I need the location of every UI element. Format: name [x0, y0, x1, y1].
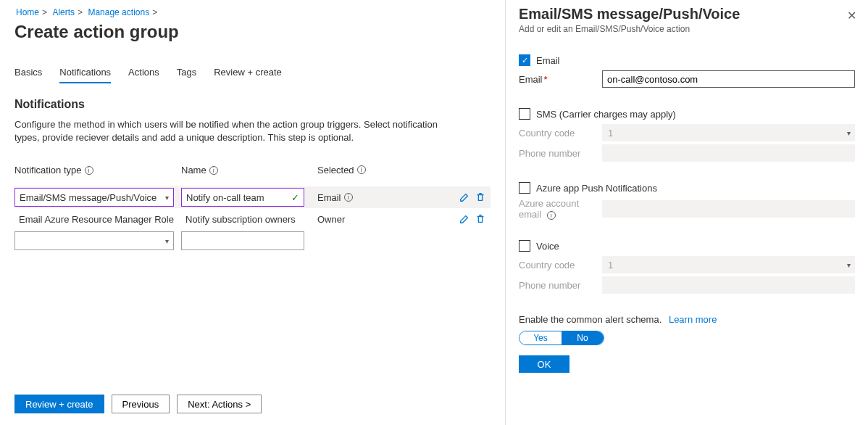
col-type-label: Notification type: [14, 165, 82, 176]
voice-checkbox-label: Voice: [536, 241, 559, 252]
push-group: Azure app Push Notifications Azure accou…: [519, 182, 855, 220]
learn-more-link[interactable]: Learn more: [669, 314, 717, 325]
ok-button[interactable]: OK: [519, 355, 569, 373]
voice-country-code-select[interactable]: 1▾: [602, 256, 855, 273]
delete-icon[interactable]: [475, 191, 486, 203]
chevron-down-icon: ▾: [165, 237, 169, 245]
email-input[interactable]: [602, 70, 855, 88]
tabs: Basics Notifications Actions Tags Review…: [14, 62, 491, 83]
side-panel: ✕ Email/SMS message/Push/Voice Add or ed…: [505, 0, 868, 425]
selected-value: Owner: [317, 214, 345, 225]
selected-value: Email: [317, 192, 341, 203]
footer-buttons: Review + create Previous Next: Actions >: [14, 395, 262, 413]
table-row: Email/SMS message/Push/Voice ▾ Notify on…: [14, 186, 491, 208]
next-button[interactable]: Next: Actions >: [177, 395, 262, 413]
tab-tags[interactable]: Tags: [177, 62, 196, 83]
tab-notifications[interactable]: Notifications: [59, 62, 111, 83]
tab-basics[interactable]: Basics: [14, 62, 42, 83]
name-value: Notify subscription owners: [181, 214, 296, 225]
toggle-no: No: [562, 331, 604, 344]
sms-phone-label: Phone number: [519, 148, 602, 159]
check-icon: ✓: [291, 192, 299, 203]
edit-icon[interactable]: [459, 213, 470, 225]
edit-icon[interactable]: [459, 191, 470, 203]
email-group: Email Email*: [519, 54, 855, 88]
notifications-grid: Notification type Name Selected Email/SM…: [14, 159, 491, 252]
tab-actions[interactable]: Actions: [128, 62, 159, 83]
panel-subtitle: Add or edit an Email/SMS/Push/Voice acti…: [519, 24, 855, 34]
delete-icon[interactable]: [475, 213, 486, 225]
notification-type-select[interactable]: Email/SMS message/Push/Voice ▾: [14, 188, 174, 207]
notification-name-input-empty[interactable]: [181, 231, 304, 250]
info-icon[interactable]: [344, 193, 353, 202]
section-description: Configure the method in which users will…: [14, 118, 464, 144]
breadcrumb-manage-actions[interactable]: Manage actions: [88, 7, 149, 17]
notification-name-input[interactable]: Notify on-call team ✓: [181, 188, 304, 207]
email-checkbox[interactable]: [519, 54, 530, 66]
voice-country-code-label: Country code: [519, 260, 602, 271]
sms-checkbox[interactable]: [519, 108, 530, 120]
voice-checkbox[interactable]: [519, 240, 530, 252]
chevron-down-icon: ▾: [847, 261, 851, 269]
tab-review-create[interactable]: Review + create: [214, 62, 282, 83]
sms-country-code-label: Country code: [519, 128, 602, 139]
voice-phone-label: Phone number: [519, 280, 602, 291]
previous-button[interactable]: Previous: [112, 395, 170, 413]
info-icon[interactable]: [209, 166, 218, 175]
push-checkbox[interactable]: [519, 182, 530, 194]
chevron-down-icon: ▾: [165, 194, 169, 202]
schema-row: Enable the common alert schema. Learn mo…: [519, 314, 855, 325]
table-row: Email Azure Resource Manager Role Notify…: [14, 208, 491, 230]
push-email-input[interactable]: [602, 200, 855, 218]
col-name-label: Name: [181, 165, 206, 176]
schema-text: Enable the common alert schema.: [519, 314, 662, 325]
info-icon[interactable]: [85, 166, 93, 175]
grid-header: Notification type Name Selected: [14, 159, 491, 181]
schema-toggle[interactable]: Yes No: [519, 331, 604, 345]
toggle-yes: Yes: [519, 331, 562, 344]
panel-title: Email/SMS message/Push/Voice: [519, 6, 855, 22]
chevron-down-icon: ▾: [847, 129, 851, 137]
info-icon[interactable]: [357, 165, 366, 174]
email-field-label: Email*: [519, 74, 602, 85]
breadcrumb: Home> Alerts> Manage actions>: [14, 7, 491, 17]
sms-checkbox-label: SMS (Carrier charges may apply): [536, 109, 676, 120]
review-create-button[interactable]: Review + create: [14, 395, 104, 413]
sms-country-code-select[interactable]: 1▾: [602, 124, 855, 141]
close-icon[interactable]: ✕: [847, 9, 856, 22]
col-selected-label: Selected: [317, 165, 354, 176]
sms-group: SMS (Carrier charges may apply) Country …: [519, 108, 855, 162]
type-value: Email Azure Resource Manager Role: [14, 214, 174, 225]
email-checkbox-label: Email: [536, 55, 560, 66]
voice-phone-input[interactable]: [602, 276, 855, 294]
input-value: Notify on-call team: [186, 192, 264, 203]
select-value: Email/SMS message/Push/Voice: [20, 192, 157, 203]
section-heading: Notifications: [14, 98, 491, 111]
breadcrumb-home[interactable]: Home: [16, 7, 39, 17]
breadcrumb-alerts[interactable]: Alerts: [52, 7, 75, 17]
table-row-empty: ▾: [14, 230, 491, 252]
info-icon[interactable]: [547, 211, 556, 220]
push-email-label: Azure account email: [519, 198, 602, 220]
page-title: Create action group: [14, 22, 491, 42]
notification-type-select-empty[interactable]: ▾: [14, 231, 174, 250]
push-checkbox-label: Azure app Push Notifications: [536, 183, 657, 194]
voice-group: Voice Country code 1▾ Phone number: [519, 240, 855, 294]
main-content: Home> Alerts> Manage actions> Create act…: [0, 0, 505, 425]
sms-phone-input[interactable]: [602, 144, 855, 162]
